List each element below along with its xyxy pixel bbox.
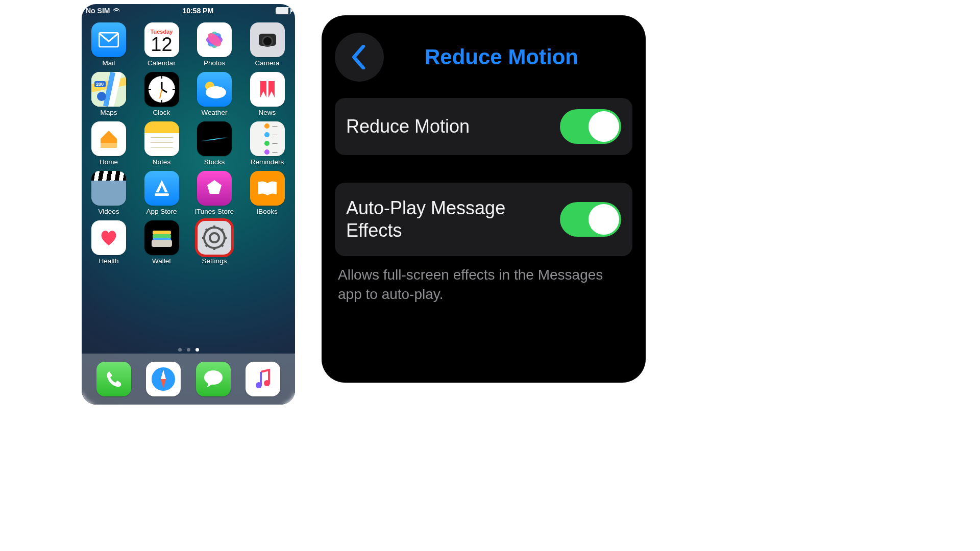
app-ibooks[interactable]: iBooks [247,171,288,215]
app-label: News [259,109,276,116]
toggle-autoplay-effects[interactable] [560,202,621,237]
home-apps-grid: Mail Tuesday12 Calendar Ph [82,17,295,265]
app-news[interactable]: News [247,72,288,116]
news-icon [250,72,285,107]
app-calendar[interactable]: Tuesday12 Calendar [141,22,183,67]
app-videos[interactable]: Videos [88,171,130,215]
toggle-knob [589,204,619,235]
app-camera[interactable]: Camera [247,22,288,67]
dock-phone[interactable]: Phone [93,362,135,396]
app-health[interactable]: Health [88,220,130,265]
wifi-icon [113,7,120,14]
app-weather[interactable]: Weather [193,72,235,116]
settings-icon [197,220,232,255]
music-icon [246,362,280,396]
svg-rect-27 [153,231,171,235]
videos-icon [91,171,126,206]
app-label: Calendar [148,59,176,67]
camera-icon [250,22,285,57]
page-indicator[interactable] [82,348,295,352]
app-wallet[interactable]: Wallet [141,220,183,265]
home-icon [91,121,126,156]
app-reminders[interactable]: — — — — Reminders [247,121,288,166]
calendar-day: 12 [151,35,173,54]
panel-header: Reduce Motion [335,33,632,82]
maps-icon: 280 [91,72,126,107]
app-label: Maps [100,109,117,116]
svg-point-48 [264,380,270,386]
back-button[interactable] [335,33,384,82]
row-label: Reduce Motion [346,115,470,138]
app-label: iTunes Store [195,208,234,215]
app-label: Mail [103,59,115,67]
app-maps[interactable]: 280 Maps [88,72,130,116]
page-dot-active [195,348,199,352]
dock-music[interactable]: Music [242,362,284,396]
mail-icon [91,22,126,57]
app-label: iBooks [257,208,278,215]
appstore-icon [144,171,179,206]
dock-messages[interactable]: Messages [192,362,234,396]
toggle-knob [589,111,619,142]
row-autoplay-effects[interactable]: Auto-Play Message Effects [335,183,632,256]
app-itunes[interactable]: iTunes Store [193,171,235,215]
svg-line-38 [206,229,208,231]
app-notes[interactable]: Notes [141,121,183,166]
app-label: Photos [204,59,225,67]
app-label: Wallet [152,257,171,265]
svg-point-23 [206,86,226,98]
watch-settings-panel: Reduce Motion Reduce Motion Auto-Play Me… [322,15,646,383]
svg-line-39 [221,244,223,246]
svg-rect-28 [153,234,171,238]
app-label: Clock [153,109,170,116]
battery-icon [276,7,291,14]
svg-line-41 [221,229,223,231]
messages-icon [196,362,231,396]
app-appstore[interactable]: App Store [141,171,183,215]
row-reduce-motion[interactable]: Reduce Motion [335,98,632,155]
dock-safari[interactable]: Safari [142,362,184,396]
calendar-icon: Tuesday12 [144,22,179,57]
app-label: Camera [255,59,279,67]
wallet-icon [144,220,179,255]
panel-title: Reduce Motion [425,45,578,69]
chevron-left-icon [351,45,368,69]
app-label: Health [99,257,118,265]
clock-icon [144,72,179,107]
reminders-icon: — — — — [250,121,285,156]
row-description: Allows full-screen effects in the Messag… [338,265,629,304]
weather-icon [197,72,232,107]
status-time: 10:58 PM [182,7,213,15]
itunes-icon [197,171,232,206]
app-label: App Store [146,208,177,215]
ibooks-icon [250,171,285,206]
phone-icon [96,362,131,396]
health-icon [91,220,126,255]
app-clock[interactable]: Clock [141,72,183,116]
page-dot [187,348,190,352]
svg-point-46 [204,370,223,385]
page-dot [178,348,182,352]
svg-marker-26 [207,180,222,194]
app-label: Videos [98,208,119,215]
photos-icon [197,22,232,57]
svg-rect-25 [155,193,169,196]
app-label: Weather [202,109,228,116]
svg-rect-31 [152,240,172,247]
app-home[interactable]: Home [88,121,130,166]
stocks-icon [197,121,232,156]
safari-icon [146,362,181,396]
app-settings[interactable]: Settings [193,220,235,265]
dock: Phone Safari Messages Music [82,354,295,405]
iphone-home-screen: No SIM 10:58 PM Mail Tuesday12 Calendar [82,4,295,405]
toggle-reduce-motion[interactable] [560,109,621,144]
row-label: Auto-Play Message Effects [346,197,555,242]
svg-point-47 [256,382,262,388]
svg-text:280: 280 [96,82,104,87]
status-carrier: No SIM [86,7,110,15]
app-photos[interactable]: Photos [193,22,235,67]
app-label: Home [100,158,118,166]
svg-line-40 [206,244,208,246]
app-mail[interactable]: Mail [88,22,130,67]
app-stocks[interactable]: Stocks [193,121,235,166]
